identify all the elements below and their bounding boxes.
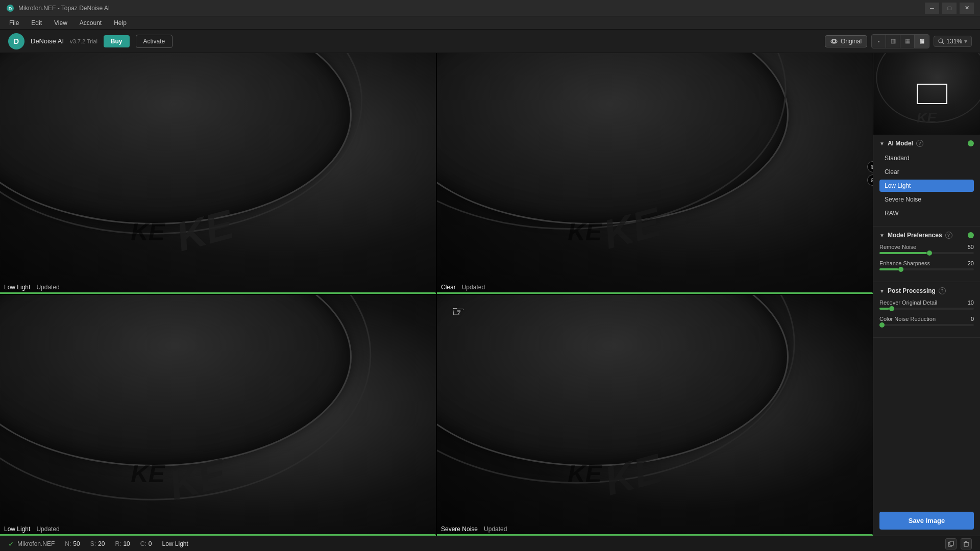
window-title: Mikrofon.NEF - Topaz DeNoise AI xyxy=(18,5,110,12)
recover-detail-slider-row: Recover Original Detail 10 xyxy=(879,299,974,310)
view-single-button[interactable]: ▪ xyxy=(872,35,886,48)
panel-bottom-right: KE Severe Noise Updated xyxy=(437,295,873,536)
disc-svg-tl: KE xyxy=(0,53,436,294)
recover-detail-label: Recover Original Detail xyxy=(879,299,937,306)
status-n: N: 50 xyxy=(65,540,80,547)
status-checkmark: ✓ xyxy=(8,540,14,548)
svg-point-2 xyxy=(832,40,836,43)
model-preferences-section: ▼ Model Preferences ? Remove Noise 50 xyxy=(873,227,980,282)
disc-svg-br: KE xyxy=(437,295,873,536)
remove-noise-fill xyxy=(879,252,927,254)
panel-tl-updated: Updated xyxy=(34,283,61,292)
close-button[interactable]: ✕ xyxy=(960,3,974,14)
zoom-icon xyxy=(938,38,944,44)
split-controls: ⊕ ⊖ xyxy=(867,161,873,186)
color-noise-thumb[interactable] xyxy=(879,322,885,328)
remove-noise-track[interactable] xyxy=(879,252,974,254)
status-delete-button[interactable] xyxy=(961,538,972,549)
maximize-button[interactable]: □ xyxy=(942,3,957,14)
ai-model-dot[interactable] xyxy=(968,140,974,146)
color-noise-label: Color Noise Reduction xyxy=(879,316,936,322)
view-split-v-button[interactable]: ▦ xyxy=(900,35,915,48)
panel-br-label: Severe Noise Updated xyxy=(437,524,873,534)
menu-view[interactable]: View xyxy=(49,18,72,28)
app-toolbar: D DeNoise AI v3.7.2 Trial Buy Activate O… xyxy=(0,30,980,53)
svg-point-10 xyxy=(0,295,371,499)
trash-icon xyxy=(963,541,969,547)
ai-model-help[interactable]: ? xyxy=(916,140,923,147)
post-processing-section: ▼ Post Processing ? Recover Original Det… xyxy=(873,282,980,338)
status-file: Mikrofon.NEF xyxy=(17,540,55,547)
zoom-control[interactable]: 131% ▾ xyxy=(934,36,972,47)
activate-button[interactable]: Activate xyxy=(136,35,173,48)
panel-br-name: Severe Noise xyxy=(437,524,482,534)
model-option-clear[interactable]: Clear xyxy=(879,166,974,178)
model-prefs-dot[interactable] xyxy=(968,232,974,238)
enhance-sharpness-track[interactable] xyxy=(879,268,974,270)
zoom-minus-icon[interactable]: ⊖ xyxy=(867,174,873,186)
model-prefs-collapse[interactable]: ▼ xyxy=(879,233,885,238)
mini-preview: KE xyxy=(873,53,980,135)
remove-noise-label: Remove Noise xyxy=(879,244,916,250)
model-option-low-light[interactable]: Low Light xyxy=(879,180,974,192)
ai-model-collapse[interactable]: ▼ xyxy=(879,141,885,146)
post-processing-help[interactable]: ? xyxy=(939,287,946,294)
recover-detail-thumb[interactable] xyxy=(889,306,894,311)
view-split-h-button[interactable]: ▥ xyxy=(886,35,900,48)
minimize-button[interactable]: ─ xyxy=(925,3,939,14)
zoom-plus-icon[interactable]: ⊕ xyxy=(867,161,873,172)
panel-br-progress xyxy=(437,534,873,536)
status-copy-button[interactable] xyxy=(945,538,957,549)
enhance-sharpness-thumb[interactable] xyxy=(898,267,903,272)
app-logo: D xyxy=(8,33,24,49)
status-n-value: 50 xyxy=(73,540,80,547)
menu-bar: File Edit View Account Help xyxy=(0,16,980,30)
svg-point-12 xyxy=(437,295,794,483)
ai-model-header-left: ▼ AI Model ? xyxy=(879,140,923,147)
model-prefs-header-left: ▼ Model Preferences ? xyxy=(879,232,952,239)
panel-tl-progress xyxy=(0,292,436,294)
menu-edit[interactable]: Edit xyxy=(26,18,47,28)
post-processing-header: ▼ Post Processing ? xyxy=(879,287,974,294)
panel-bl-progress xyxy=(0,534,436,536)
status-r: R: 10 xyxy=(115,540,130,547)
svg-rect-17 xyxy=(950,541,953,545)
status-c: C: 0 xyxy=(140,540,152,547)
title-bar: D Mikrofon.NEF - Topaz DeNoise AI ─ □ ✕ xyxy=(0,0,980,16)
panel-tr-label: Clear Updated xyxy=(437,283,873,292)
ai-model-section: ▼ AI Model ? Standard Clear Low Light Se… xyxy=(873,135,980,227)
menu-account[interactable]: Account xyxy=(75,18,107,28)
status-c-value: 0 xyxy=(149,540,152,547)
color-noise-track[interactable] xyxy=(879,324,974,326)
panel-tr-progress xyxy=(437,292,873,294)
menu-file[interactable]: File xyxy=(4,18,24,28)
buy-button[interactable]: Buy xyxy=(104,35,130,47)
panel-br-updated: Updated xyxy=(482,524,509,534)
view-quad-button[interactable]: ▩ xyxy=(915,35,929,48)
view-controls: Original ▪ ▥ ▦ ▩ 131% ▾ xyxy=(825,34,972,48)
disc-svg-bl: KE xyxy=(0,295,436,536)
status-s-label: S: xyxy=(90,540,96,547)
remove-noise-thumb[interactable] xyxy=(927,251,932,256)
recover-detail-value: 10 xyxy=(962,299,974,306)
panel-tl-label: Low Light Updated xyxy=(0,283,436,292)
status-bar: ✓ Mikrofon.NEF N: 50 S: 20 R: 10 C: 0 Lo… xyxy=(0,536,980,551)
original-button[interactable]: Original xyxy=(825,35,867,47)
right-panel: KE ▼ AI Model ? Standard Clear Low Light… xyxy=(873,53,980,536)
recover-detail-track[interactable] xyxy=(879,308,974,310)
svg-text:D: D xyxy=(9,6,12,11)
enhance-sharpness-value: 20 xyxy=(962,260,974,266)
ai-model-title: AI Model xyxy=(888,140,913,147)
svg-text:KE: KE xyxy=(599,198,667,257)
view-mode-buttons: ▪ ▥ ▦ ▩ xyxy=(871,34,929,48)
save-image-button[interactable]: Save Image xyxy=(879,512,974,530)
model-option-severe-noise[interactable]: Severe Noise xyxy=(879,193,974,206)
model-prefs-help[interactable]: ? xyxy=(945,232,952,239)
menu-help[interactable]: Help xyxy=(109,18,132,28)
model-option-raw[interactable]: RAW xyxy=(879,207,974,219)
status-r-label: R: xyxy=(115,540,121,547)
model-option-standard[interactable]: Standard xyxy=(879,152,974,164)
post-processing-collapse[interactable]: ▼ xyxy=(879,288,885,294)
color-noise-slider-row: Color Noise Reduction 0 xyxy=(879,316,974,326)
status-filename: ✓ Mikrofon.NEF xyxy=(8,540,55,548)
